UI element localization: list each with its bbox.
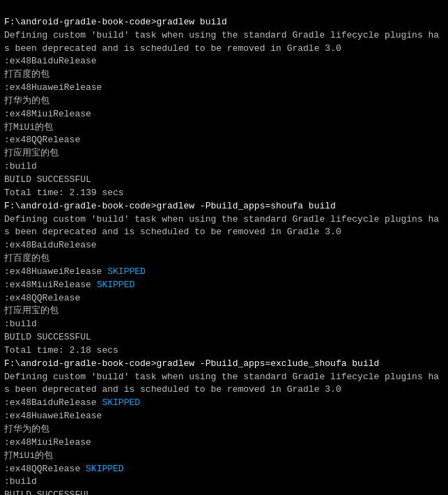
output-text: :ex48QQRelease bbox=[4, 292, 444, 305]
output-text: Total time: 2.139 secs bbox=[4, 187, 444, 200]
terminal-line: F:\android-gradle-book-code>gradlew buil… bbox=[4, 16, 444, 29]
output-text: BUILD SUCCESSFUL bbox=[4, 331, 444, 344]
output-text: 打MiUi的包 bbox=[4, 450, 444, 463]
command-text: F:\android-gradle-book-code>gradlew buil… bbox=[4, 17, 227, 27]
terminal-line: :ex48MiuiRelease SKIPPED bbox=[4, 279, 444, 292]
output-text: Defining custom 'build' task when using … bbox=[4, 29, 444, 43]
line-text: :ex48BaiduRelease bbox=[4, 397, 102, 408]
output-text: 打应用宝的包 bbox=[4, 305, 444, 318]
output-text: s been deprecated and is scheduled to be… bbox=[4, 43, 444, 56]
skipped-badge: SKIPPED bbox=[97, 280, 135, 290]
output-text: 打百度的包 bbox=[4, 252, 444, 266]
output-text: s been deprecated and is scheduled to be… bbox=[4, 383, 444, 397]
output-text: Total time: 2.18 secs bbox=[4, 344, 444, 358]
output-text: :ex48HuaweiRelease bbox=[4, 82, 444, 95]
output-text: :ex48BaiduRelease bbox=[4, 55, 444, 68]
output-text: :ex48BaiduRelease bbox=[4, 239, 444, 252]
output-text: :ex48QQRelease bbox=[4, 134, 444, 147]
output-text: :ex48MiuiRelease bbox=[4, 108, 444, 121]
output-text: 打应用宝的包 bbox=[4, 147, 444, 160]
output-text: :build bbox=[4, 475, 444, 489]
output-text: 打华为的包 bbox=[4, 423, 444, 436]
output-text: 打百度的包 bbox=[4, 68, 444, 82]
terminal-line: :ex48HuaweiRelease SKIPPED bbox=[4, 266, 444, 279]
output-text: 打华为的包 bbox=[4, 95, 444, 108]
terminal-line: :ex48BaiduRelease SKIPPED bbox=[4, 397, 444, 410]
output-text: Defining custom 'build' task when using … bbox=[4, 371, 444, 384]
terminal-line: F:\android-gradle-book-code>gradlew -Pbu… bbox=[4, 358, 444, 371]
output-text: :build bbox=[4, 318, 444, 331]
output-text: :ex48MiuiRelease bbox=[4, 436, 444, 450]
skipped-badge: SKIPPED bbox=[102, 397, 140, 408]
line-text: :ex48MiuiRelease bbox=[4, 280, 97, 290]
skipped-badge: SKIPPED bbox=[107, 266, 146, 277]
terminal-output: F:\android-gradle-book-code>gradlew buil… bbox=[4, 3, 444, 495]
output-text: :build bbox=[4, 160, 444, 174]
skipped-badge: SKIPPED bbox=[86, 464, 124, 474]
output-text: BUILD SUCCESSFUL bbox=[4, 489, 444, 495]
line-text: :ex48QQRelease bbox=[4, 464, 86, 474]
command-text: F:\android-gradle-book-code>gradlew -Pbu… bbox=[4, 358, 379, 369]
output-text: :ex48HuaweiRelease bbox=[4, 410, 444, 423]
line-text: :ex48HuaweiRelease bbox=[4, 266, 107, 277]
output-text: BUILD SUCCESSFUL bbox=[4, 174, 444, 187]
output-text: s been deprecated and is scheduled to be… bbox=[4, 226, 444, 239]
terminal-line: F:\android-gradle-book-code>gradlew -Pbu… bbox=[4, 200, 444, 213]
command-text: F:\android-gradle-book-code>gradlew -Pbu… bbox=[4, 201, 336, 211]
terminal-line: :ex48QQRelease SKIPPED bbox=[4, 463, 444, 476]
output-text: 打MiUi的包 bbox=[4, 121, 444, 135]
output-text: Defining custom 'build' task when using … bbox=[4, 213, 444, 227]
